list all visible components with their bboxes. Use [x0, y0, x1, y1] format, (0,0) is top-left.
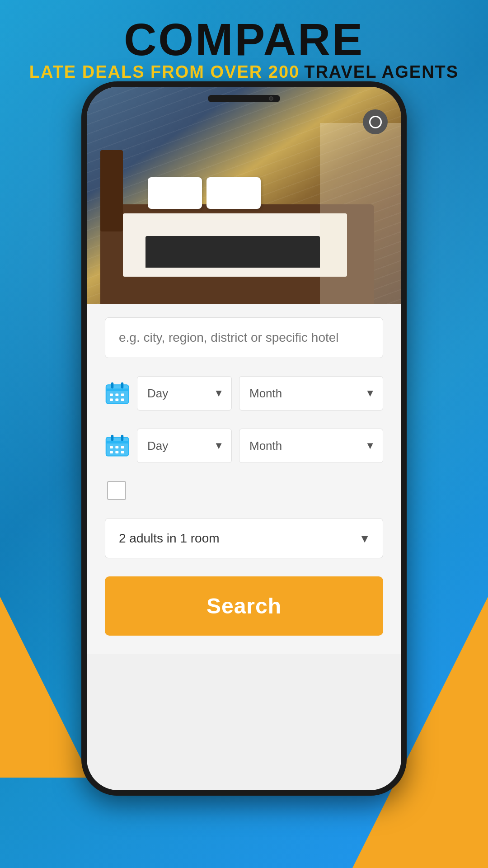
guests-select[interactable]: 2 adults in 1 room 1 adult in 1 room 2 a…: [105, 518, 383, 558]
svg-rect-5: [115, 393, 118, 396]
header: COMPARE LATE DEALS FROM OVER 200 TRAVEL …: [0, 0, 488, 90]
svg-rect-1: [106, 388, 129, 391]
checkin-calendar-icon: [105, 381, 130, 406]
checkin-day-select[interactable]: Day 12345 678910 1112131415 1617181920 2…: [137, 376, 232, 410]
search-button[interactable]: Search: [105, 576, 383, 636]
compare-title: COMPARE: [124, 17, 364, 62]
flexible-dates-checkbox[interactable]: [107, 481, 126, 500]
bathroom-area: [320, 123, 401, 304]
svg-rect-3: [121, 382, 124, 388]
pillow-left: [148, 177, 202, 209]
guests-wrapper[interactable]: 2 adults in 1 room 1 adult in 1 room 2 a…: [105, 518, 383, 558]
checkout-day-wrapper[interactable]: Day 12345 678910 1112131415 1617181920 2…: [137, 429, 232, 463]
svg-rect-18: [115, 451, 118, 453]
svg-rect-2: [111, 382, 114, 388]
checkin-month-select[interactable]: Month JanuaryFebruaryMarchApril MayJuneJ…: [239, 376, 383, 410]
location-input[interactable]: [105, 317, 383, 358]
subtitle: LATE DEALS FROM OVER 200 TRAVEL AGENTS: [29, 62, 459, 83]
svg-rect-12: [111, 434, 114, 441]
svg-rect-16: [121, 446, 124, 448]
svg-rect-19: [121, 451, 124, 453]
bed-headboard: [100, 150, 123, 231]
hotel-image: [87, 87, 401, 304]
checkin-day-wrapper[interactable]: Day 12345 678910 1112131415 1617181920 2…: [137, 376, 232, 410]
svg-rect-11: [106, 441, 129, 443]
svg-rect-14: [110, 446, 113, 448]
camera-icon: [363, 109, 388, 134]
blanket: [145, 236, 320, 268]
svg-rect-8: [115, 398, 118, 401]
pillow-right: [206, 177, 261, 209]
svg-rect-9: [121, 398, 124, 401]
checkout-month-wrapper[interactable]: Month JanuaryFebruaryMarchApril MayJuneJ…: [239, 429, 383, 463]
svg-rect-7: [110, 398, 113, 401]
svg-rect-15: [115, 446, 118, 448]
checkout-row: Day 12345 678910 1112131415 1617181920 2…: [105, 429, 383, 463]
phone-content: Day 12345 678910 1112131415 1617181920 2…: [87, 87, 401, 790]
checkout-month-select[interactable]: Month JanuaryFebruaryMarchApril MayJuneJ…: [239, 429, 383, 463]
mattress: [123, 213, 347, 277]
svg-rect-17: [110, 451, 113, 453]
phone-inner: Day 12345 678910 1112131415 1617181920 2…: [87, 87, 401, 790]
camera-dot: [269, 96, 273, 101]
checkin-month-wrapper[interactable]: Month JanuaryFebruaryMarchApril MayJuneJ…: [239, 376, 383, 410]
checkbox-row: [105, 481, 383, 500]
subtitle-dark: TRAVEL AGENTS: [304, 62, 459, 83]
checkout-day-select[interactable]: Day 12345 678910 1112131415 1617181920 2…: [137, 429, 232, 463]
phone-frame: Day 12345 678910 1112131415 1617181920 2…: [81, 81, 407, 796]
checkout-calendar-icon: [105, 434, 130, 458]
svg-rect-6: [121, 393, 124, 396]
checkin-row: Day 12345 678910 1112131415 1617181920 2…: [105, 376, 383, 410]
svg-rect-4: [110, 393, 113, 396]
svg-rect-13: [121, 434, 124, 441]
camera-notch: [208, 95, 280, 102]
subtitle-yellow: LATE DEALS FROM OVER 200: [29, 62, 300, 83]
form-area: Day 12345 678910 1112131415 1617181920 2…: [87, 304, 401, 654]
